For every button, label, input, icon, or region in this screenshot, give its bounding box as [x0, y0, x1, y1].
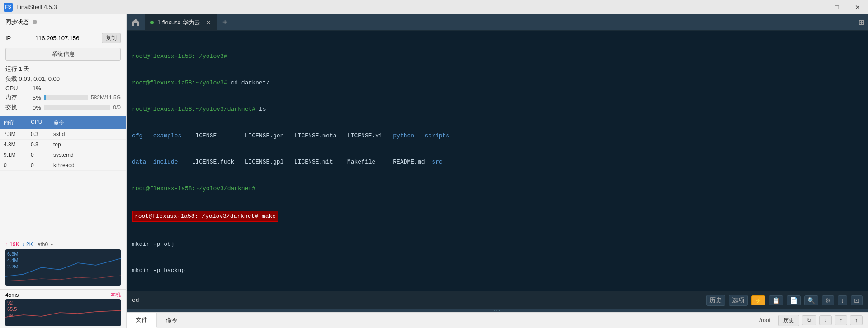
swap-label: 交换	[5, 103, 33, 112]
col-header-cpu: CPU	[29, 118, 52, 127]
copy-icon[interactable]: 📋	[769, 295, 783, 305]
net-val-2: 4.4M	[7, 258, 18, 263]
load-row: 负载 0.03, 0.01, 0.00	[5, 75, 121, 83]
up-dir-icon[interactable]: ↑	[850, 315, 863, 325]
grid-view-icon[interactable]: ⊞	[859, 18, 864, 27]
bottom-history-button[interactable]: 历史	[778, 315, 799, 326]
window-controls: — □ ✕	[806, 0, 868, 14]
home-button[interactable]	[127, 14, 145, 31]
uptime-value: 运行 1 天	[5, 65, 29, 73]
proc-cpu: 0	[29, 161, 52, 169]
list-item: 9.1M 0 systemd	[0, 150, 126, 160]
terminal-output[interactable]: root@flexusx-1a58:~/yolov3# root@flexusx…	[127, 31, 868, 291]
col-header-mem: 内存	[2, 118, 29, 127]
latency-val-3: 39	[7, 313, 13, 318]
net-iface: eth0	[38, 241, 48, 248]
network-section: ↑ 19K ↓ 2K eth0 ▾ 6.3M 4.4M 2.2M	[0, 239, 126, 289]
term-line-8: mkdir -p backup	[132, 266, 863, 275]
active-tab[interactable]: 1 flexusx-华为云 ✕	[145, 14, 217, 31]
term-line-1: root@flexusx-1a58:~/yolov3#	[132, 52, 863, 61]
net-val-1: 6.3M	[7, 251, 18, 257]
cpu-row: CPU 1%	[5, 85, 121, 92]
proc-cmd: top	[52, 141, 124, 149]
sync-status-row: 同步状态	[0, 14, 126, 30]
proc-cmd: sshd	[52, 130, 124, 138]
app-title: FinalShell 4.5.3	[16, 4, 57, 10]
process-table-header: 内存 CPU 命令	[0, 116, 126, 129]
mem-bar	[44, 95, 88, 100]
proc-cpu: 0.3	[29, 130, 52, 138]
term-line-4: cfg examples LICENSE LICENSE.gen LICENSE…	[132, 131, 863, 141]
titlebar: FS FinalShell 4.5.3 — □ ✕	[0, 0, 868, 14]
net-dropdown-icon[interactable]: ▾	[51, 242, 53, 248]
bottom-tabs: 文件 命令 /root 历史 ↻ ↓ ↑ ↑	[127, 312, 868, 328]
terminal-input-bar: 历史 选项 ⚡ 📋 📄 🔍 ⚙ ↓ ⊡	[127, 291, 868, 309]
search-icon[interactable]: 🔍	[804, 295, 818, 305]
term-line-5: data include LICENSE.fuck LICENSE.gpl LI…	[132, 158, 863, 167]
swap-bar	[44, 105, 111, 110]
ip-address: 116.205.107.156	[35, 35, 80, 42]
term-line-6: root@flexusx-1a58:~/yolov3/darknet#	[132, 184, 863, 193]
term-line-7: mkdir -p obj	[132, 240, 863, 249]
list-item: 7.3M 0.3 sshd	[0, 129, 126, 140]
paste-icon[interactable]: 📄	[787, 295, 801, 305]
term-line-2: root@flexusx-1a58:~/yolov3# cd darknet/	[132, 79, 863, 88]
current-path: /root	[754, 317, 776, 323]
close-button[interactable]: ✕	[847, 0, 868, 14]
swap-detail: 0/0	[113, 104, 121, 111]
tab-commands[interactable]: 命令	[157, 314, 187, 327]
net-graph: 6.3M 4.4M 2.2M	[5, 249, 121, 286]
download-files-icon[interactable]: ↓	[819, 315, 832, 325]
tab-files[interactable]: 文件	[127, 313, 157, 328]
latency-graph: 92 65.5 39	[5, 299, 121, 326]
minimize-button[interactable]: —	[806, 0, 826, 14]
bottom-toolbar: /root 历史 ↻ ↓ ↑ ↑	[754, 315, 868, 326]
flash-icon[interactable]: ⚡	[751, 295, 765, 305]
ip-row: IP 116.205.107.156 复制	[0, 30, 126, 46]
proc-cpu: 0	[29, 151, 52, 159]
tab-label: 1 flexusx-华为云	[157, 19, 200, 27]
mem-value: 5%	[33, 94, 41, 101]
tab-status-dot	[150, 21, 154, 24]
load-value: 负载 0.03, 0.01, 0.00	[5, 75, 60, 83]
settings-icon[interactable]: ⚙	[822, 295, 834, 305]
proc-cpu: 0.3	[29, 141, 52, 149]
process-table: 内存 CPU 命令 7.3M 0.3 sshd 4.3M 0.3 top 9.1…	[0, 116, 126, 239]
swap-row: 交换 0% 0/0	[5, 103, 121, 112]
download-icon[interactable]: ↓	[838, 295, 847, 305]
net-up: ↑ 19K	[5, 241, 19, 248]
uptime-row: 运行 1 天	[5, 65, 121, 73]
refresh-icon[interactable]: ↻	[802, 315, 816, 325]
options-button[interactable]: 选项	[729, 295, 748, 306]
add-tab-button[interactable]: +	[217, 14, 233, 31]
terminal-input[interactable]	[132, 297, 703, 304]
mem-row: 内存 5% 582M/11.5G	[5, 94, 121, 102]
tab-bar: 1 flexusx-华为云 ✕ + ⊞	[127, 14, 868, 31]
net-row: ↑ 19K ↓ 2K eth0 ▾	[5, 241, 121, 248]
maximize-button[interactable]: □	[826, 0, 847, 14]
net-val-3: 2.2M	[7, 264, 18, 269]
latency-row: 45ms 本机	[5, 291, 121, 298]
tab-close-button[interactable]: ✕	[206, 19, 211, 26]
mem-bar-container: 5% 582M/11.5G	[33, 94, 121, 101]
copy-ip-button[interactable]: 复制	[102, 33, 121, 43]
latency-value: 45ms	[5, 292, 19, 298]
sysinfo-button[interactable]: 系统信息	[5, 48, 121, 61]
upload-icon[interactable]: ↑	[835, 315, 847, 325]
latency-val-1: 92	[7, 300, 13, 305]
proc-mem: 9.1M	[2, 151, 29, 159]
local-label: 本机	[111, 291, 121, 298]
resize-icon[interactable]: ⊡	[851, 295, 863, 305]
mem-label: 内存	[5, 94, 33, 102]
terminal-area: 1 flexusx-华为云 ✕ + ⊞ root@flexusx-1a58:~/…	[127, 14, 868, 328]
list-item: 0 0 kthreadd	[0, 160, 126, 171]
sidebar: 同步状态 IP 116.205.107.156 复制 系统信息 运行 1 天 负…	[0, 14, 127, 328]
term-line-highlighted: root@flexusx-1a58:~/yolov3/darknet# make	[132, 211, 863, 222]
ip-label: IP	[5, 35, 11, 42]
history-button[interactable]: 历史	[706, 295, 725, 306]
process-rows: 7.3M 0.3 sshd 4.3M 0.3 top 9.1M 0 system…	[0, 129, 126, 171]
proc-cmd: kthreadd	[52, 161, 124, 169]
mem-bar-fill	[44, 95, 46, 100]
col-header-cmd: 命令	[52, 118, 124, 127]
list-item: 4.3M 0.3 top	[0, 140, 126, 150]
